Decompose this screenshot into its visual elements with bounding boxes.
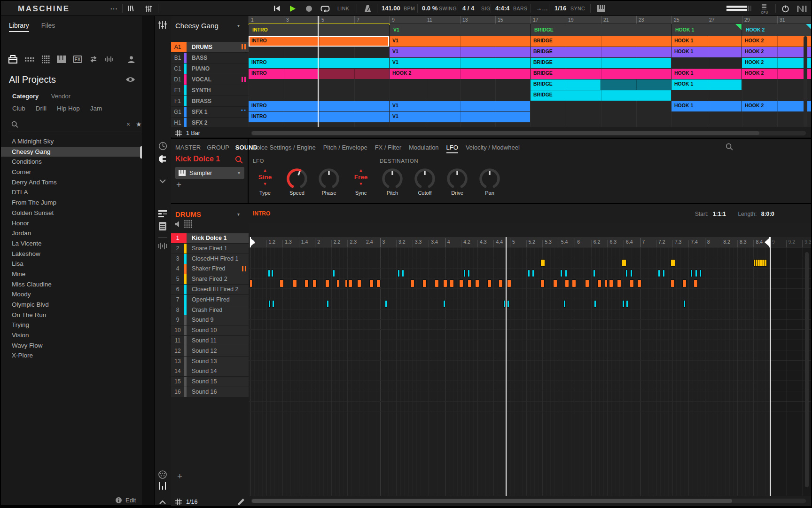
stepper-down-icon[interactable]: ▼: [254, 182, 276, 186]
note-event[interactable]: [617, 280, 621, 287]
stepper-type[interactable]: ▲Sine▼: [254, 168, 276, 189]
note-event[interactable]: [273, 301, 274, 307]
sound-name-cell[interactable]: Sound 16: [187, 387, 249, 397]
stepper-up-icon[interactable]: ▲: [350, 168, 372, 173]
arrange-view-icon[interactable]: [156, 20, 169, 30]
note-event[interactable]: [327, 301, 328, 307]
project-list-item[interactable]: Miss Claudine: [1, 279, 142, 290]
track-name[interactable]: BRASS: [187, 96, 249, 106]
note-event[interactable]: [756, 260, 757, 266]
sound-number-cell[interactable]: 7: [171, 295, 184, 305]
note-event[interactable]: [411, 280, 414, 287]
project-list-item[interactable]: Conditions: [1, 157, 142, 167]
record-icon[interactable]: [304, 3, 314, 14]
plugin-plug-icon[interactable]: [156, 154, 169, 164]
track-number-cell[interactable]: B1: [171, 53, 184, 63]
clip[interactable]: HOOK 2: [742, 47, 811, 57]
project-list-item[interactable]: Lakeshow: [1, 249, 142, 259]
note-event[interactable]: [594, 301, 596, 307]
pattern-start-value[interactable]: 1:1:1: [713, 211, 726, 217]
sound-number-cell[interactable]: 9: [171, 315, 184, 325]
note-event[interactable]: [695, 270, 697, 277]
mixer-toggle-icon[interactable]: [143, 3, 154, 14]
note-event[interactable]: [269, 301, 270, 307]
subtab-vendor[interactable]: Vendor: [51, 93, 70, 100]
groups-icon[interactable]: [24, 55, 35, 64]
sound-name-cell[interactable]: Snare Fired 2: [187, 274, 249, 284]
sounds-icon[interactable]: [40, 55, 51, 64]
restart-icon[interactable]: [272, 3, 282, 14]
sound-name-cell[interactable]: Crash Fired: [187, 305, 249, 315]
track-number-cell[interactable]: G1: [171, 107, 184, 117]
note-event[interactable]: [349, 280, 352, 287]
project-list-item[interactable]: Trying: [1, 320, 142, 330]
note-grid[interactable]: 11.21.31.422.22.32.433.23.33.444.24.34.4…: [249, 223, 811, 496]
sound-name-cell[interactable]: Snare Fired 1: [187, 244, 249, 254]
note-event[interactable]: [488, 280, 491, 287]
track-number-cell[interactable]: A1: [171, 42, 184, 52]
note-event[interactable]: [293, 280, 297, 287]
sound-name-cell[interactable]: Sound 10: [187, 325, 249, 335]
track-number-cell[interactable]: H1: [171, 118, 184, 127]
sound-number-cell[interactable]: 13: [171, 357, 184, 366]
project-list-item[interactable]: Mine: [1, 269, 142, 279]
sound-name-cell[interactable]: Sound 11: [187, 336, 249, 346]
note-event[interactable]: [761, 260, 763, 266]
filter-tag[interactable]: Jam: [90, 105, 102, 112]
loop-icon[interactable]: [319, 3, 332, 14]
fx-icon[interactable]: FX: [72, 55, 83, 64]
mute-pause-icon[interactable]: [242, 77, 246, 82]
project-list-item[interactable]: Golden Sunset: [1, 208, 142, 218]
project-list-item[interactable]: X-Plore: [1, 350, 142, 361]
sound-name-cell[interactable]: Sound 12: [187, 346, 249, 356]
note-event[interactable]: [700, 270, 701, 277]
filter-tag[interactable]: Hip Hop: [57, 105, 80, 112]
sound-number-cell[interactable]: 12: [171, 346, 184, 356]
note-event[interactable]: [561, 270, 562, 277]
filter-tag[interactable]: Club: [12, 105, 25, 112]
sound-number-cell[interactable]: 15: [171, 377, 184, 387]
sound-name-cell[interactable]: Sound 14: [187, 366, 249, 376]
stepper-value[interactable]: Free: [350, 173, 372, 182]
note-event[interactable]: [623, 301, 624, 307]
note-event[interactable]: [763, 260, 765, 266]
stepper-down-icon[interactable]: ▼: [350, 182, 372, 186]
metronome-icon[interactable]: [362, 3, 373, 14]
instruments-icon[interactable]: [56, 55, 66, 64]
sound-name-cell[interactable]: ClosedHH Fired 2: [187, 285, 249, 294]
group-dropdown[interactable]: Cheesy Gang: [175, 22, 219, 30]
pattern-group-caret-icon[interactable]: ▾: [237, 212, 240, 217]
pattern-playhead[interactable]: [506, 237, 507, 496]
step-grid-setting[interactable]: 1/16: [175, 499, 197, 505]
follow-icon[interactable]: →…: [536, 5, 548, 12]
project-list-item[interactable]: Moody: [1, 289, 142, 300]
edit-button[interactable]: Edit: [125, 497, 136, 504]
loops-icon[interactable]: [88, 55, 99, 64]
eye-icon[interactable]: [125, 76, 135, 83]
sound-name-cell[interactable]: Shaker Fired: [187, 264, 249, 274]
pattern-vscrollbar[interactable]: [805, 252, 809, 487]
swing-value[interactable]: 0.0 %: [422, 5, 437, 12]
note-event[interactable]: [508, 301, 509, 307]
note-event[interactable]: [385, 301, 387, 307]
audition-speaker-icon[interactable]: [175, 221, 181, 228]
oneshots-icon[interactable]: [104, 55, 114, 64]
note-event[interactable]: [468, 280, 471, 287]
scene-cell[interactable]: BRIDGE: [531, 24, 671, 36]
note-event[interactable]: [630, 280, 633, 287]
tab-library[interactable]: Library: [9, 22, 29, 32]
project-list-item[interactable]: On The Run: [1, 310, 142, 320]
link-button[interactable]: LINK: [337, 6, 349, 11]
group-dropdown-caret-icon[interactable]: ▾: [237, 23, 240, 28]
track-number-cell[interactable]: C1: [171, 64, 184, 74]
track-name[interactable]: PIANO: [187, 64, 249, 74]
note-event[interactable]: [444, 301, 445, 307]
tab-files[interactable]: Files: [41, 22, 55, 32]
sound-name-cell[interactable]: Sound 9: [187, 315, 249, 325]
note-event[interactable]: [444, 280, 447, 287]
note-event[interactable]: [609, 280, 613, 287]
project-list-item[interactable]: Cheesy Gang: [1, 147, 142, 157]
track-name[interactable]: VOCAL: [187, 74, 249, 85]
scene-cell[interactable]: HOOK 2: [742, 24, 811, 36]
expand-chevron-icon[interactable]: [156, 497, 169, 508]
